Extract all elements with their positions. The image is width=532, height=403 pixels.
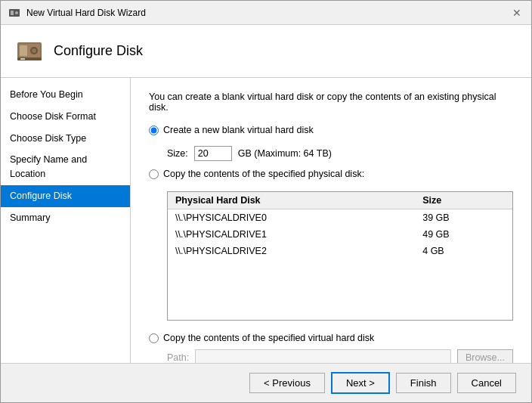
size-input[interactable] bbox=[194, 146, 232, 161]
copy-virtual-radio[interactable] bbox=[149, 333, 159, 343]
new-blank-option: Create a new blank virtual hard disk bbox=[149, 125, 513, 135]
empty-row bbox=[168, 259, 512, 274]
svg-rect-1 bbox=[11, 11, 14, 15]
titlebar: New Virtual Hard Disk Wizard ✕ bbox=[1, 1, 531, 25]
svg-point-2 bbox=[15, 11, 18, 14]
copy-physical-radio[interactable] bbox=[149, 169, 159, 179]
close-button[interactable]: ✕ bbox=[510, 6, 524, 20]
disk-cell: \\.\PHYSICALDRIVE2 bbox=[168, 243, 415, 259]
disk-table: Physical Hard Disk Size \\.\PHYSICALDRIV… bbox=[168, 192, 512, 320]
empty-row bbox=[168, 305, 512, 320]
table-row[interactable]: \\.\PHYSICALDRIVE039 GB bbox=[168, 209, 512, 227]
copy-physical-label[interactable]: Copy the contents of the specified physi… bbox=[163, 169, 364, 179]
sidebar-item-before-you-begin[interactable]: Before You Begin bbox=[1, 84, 130, 106]
copy-virtual-section: Copy the contents of the specified virtu… bbox=[149, 333, 513, 363]
new-blank-radio[interactable] bbox=[149, 126, 159, 135]
footer: < Previous Next > Finish Cancel bbox=[1, 363, 531, 402]
titlebar-icon bbox=[8, 7, 20, 19]
disk-cell: \\.\PHYSICALDRIVE1 bbox=[168, 226, 415, 243]
copy-virtual-option: Copy the contents of the specified virtu… bbox=[149, 333, 513, 343]
size-cell: 49 GB bbox=[415, 226, 512, 243]
window-title: New Virtual Hard Disk Wizard bbox=[26, 8, 146, 18]
size-label: Size: bbox=[167, 148, 188, 159]
col-size-header: Size bbox=[415, 192, 512, 209]
finish-button[interactable]: Finish bbox=[396, 373, 451, 393]
table-row[interactable]: \\.\PHYSICALDRIVE149 GB bbox=[168, 226, 512, 243]
intro-text: You can create a blank virtual hard disk… bbox=[149, 91, 513, 113]
size-max-label: GB (Maximum: 64 TB) bbox=[238, 148, 332, 159]
header-disk-icon bbox=[16, 38, 43, 65]
empty-row bbox=[168, 290, 512, 305]
col-disk-header: Physical Hard Disk bbox=[168, 192, 415, 209]
radio-section: Create a new blank virtual hard disk Siz… bbox=[149, 125, 513, 363]
sidebar-item-choose-disk-type[interactable]: Choose Disk Type bbox=[1, 128, 130, 150]
sidebar-item-choose-disk-format[interactable]: Choose Disk Format bbox=[1, 106, 130, 128]
sidebar: Before You Begin Choose Disk Format Choo… bbox=[1, 78, 131, 363]
wizard-window: New Virtual Hard Disk Wizard ✕ Configure… bbox=[0, 0, 532, 403]
size-row: Size: GB (Maximum: 64 TB) bbox=[167, 146, 513, 161]
previous-button[interactable]: < Previous bbox=[249, 373, 325, 393]
size-cell: 39 GB bbox=[415, 209, 512, 227]
browse-button[interactable]: Browse... bbox=[457, 349, 513, 363]
main-panel: You can create a blank virtual hard disk… bbox=[131, 78, 531, 363]
cancel-button[interactable]: Cancel bbox=[457, 373, 516, 393]
sidebar-item-summary[interactable]: Summary bbox=[1, 207, 130, 229]
path-input[interactable] bbox=[195, 349, 451, 363]
empty-row bbox=[168, 274, 512, 290]
copy-physical-option: Copy the contents of the specified physi… bbox=[149, 169, 513, 179]
disk-table-container: Physical Hard Disk Size \\.\PHYSICALDRIV… bbox=[167, 191, 513, 321]
next-button[interactable]: Next > bbox=[331, 372, 390, 394]
path-row: Path: Browse... bbox=[167, 349, 513, 363]
svg-point-7 bbox=[32, 48, 36, 53]
table-row[interactable]: \\.\PHYSICALDRIVE24 GB bbox=[168, 243, 512, 259]
sidebar-item-configure-disk[interactable]: Configure Disk bbox=[1, 185, 130, 207]
copy-virtual-label[interactable]: Copy the contents of the specified virtu… bbox=[163, 333, 374, 343]
path-label: Path: bbox=[167, 352, 189, 363]
svg-rect-5 bbox=[20, 45, 27, 56]
size-cell: 4 GB bbox=[415, 243, 512, 259]
titlebar-left: New Virtual Hard Disk Wizard bbox=[8, 7, 146, 19]
sidebar-item-specify-name-location[interactable]: Specify Name and Location bbox=[1, 149, 130, 185]
svg-rect-9 bbox=[20, 58, 25, 60]
wizard-header: Configure Disk bbox=[1, 25, 531, 78]
new-blank-label[interactable]: Create a new blank virtual hard disk bbox=[163, 125, 314, 135]
disk-cell: \\.\PHYSICALDRIVE0 bbox=[168, 209, 415, 227]
wizard-content: Before You Begin Choose Disk Format Choo… bbox=[1, 78, 531, 363]
page-title: Configure Disk bbox=[54, 43, 143, 59]
